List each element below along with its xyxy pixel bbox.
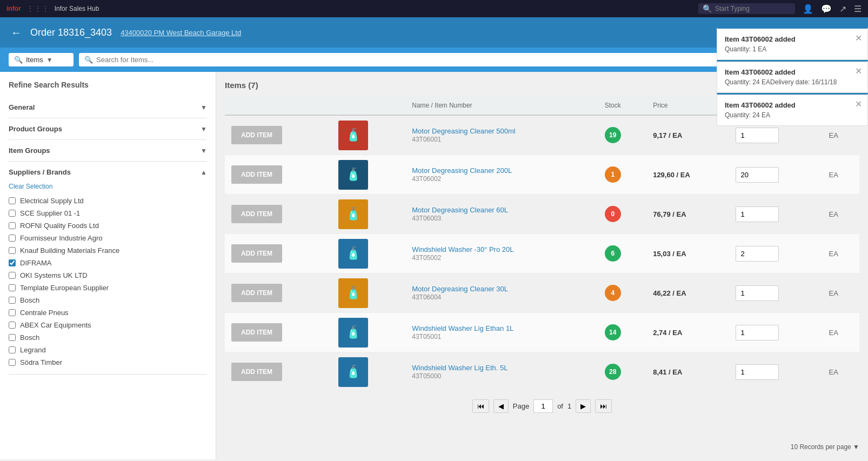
product-name-link[interactable]: Windshield Washer -30° Pro 20L [412,245,513,253]
global-search[interactable]: 🔍 [698,3,795,14]
unit-cell: EA [823,273,859,313]
product-number: 43T06003 [412,215,441,222]
col-action [225,96,330,115]
table-row: ADD ITEM 🧴 Motor Degreasing Cleaner 60L … [225,195,859,234]
unit-label: EA [829,289,838,297]
quantity-input[interactable] [736,167,779,183]
toast-notification: Item 43T06002 added Quantity: 1 EA ✕ [717,27,868,60]
filter-item-label: ABEX Car Equipments [20,321,91,329]
filter-item-label: Bosch [20,296,39,304]
col-stock: Stock [598,96,646,115]
first-page-button[interactable]: ⏮ [472,399,489,413]
prev-page-button[interactable]: ◀ [493,399,509,413]
search-type-icon: 🔍 [14,56,23,64]
checkbox-diframa[interactable] [9,259,16,266]
product-image: 🧴 [337,356,369,388]
filter-item-label: Centrale Pneus [20,309,69,317]
toast-body: Quantity: 1 EA [725,45,860,53]
add-item-button[interactable]: ADD ITEM [231,244,282,263]
col-name: Name / Item Number [405,96,598,115]
search-type-dropdown[interactable]: 🔍 Items ▼ [9,53,74,66]
product-image-cell: 🧴 [330,352,405,392]
unit-label: EA [829,171,838,179]
checkbox-oki[interactable] [9,272,16,279]
product-name-link[interactable]: Motor Degreasing Cleaner 200L [412,166,512,175]
toast-title: Item 43T06002 added [725,35,860,43]
price-cell: 46,22 / EA [646,273,729,313]
filter-header-general[interactable]: General ▼ [9,97,207,118]
product-name-link[interactable]: Windshield Washer Lig Ethan 1L [412,324,513,332]
filter-label-product-groups: Product Groups [9,125,62,133]
product-number: 43T05001 [412,333,441,340]
quantity-input[interactable] [736,128,779,143]
brand-logo: infor [6,5,21,12]
product-number: 43T05000 [412,372,441,380]
table-row: ADD ITEM 🧴 Motor Degreasing Cleaner 30L … [225,273,859,313]
menu-icon[interactable]: ☰ [854,4,862,14]
search-magnifier-icon: 🔍 [84,56,93,64]
chat-icon[interactable]: 💬 [821,4,832,14]
unit-label: EA [829,250,838,258]
checkbox-centrale-pneus[interactable] [9,309,16,316]
quantity-input[interactable] [736,206,779,222]
quantity-input[interactable] [736,246,779,262]
add-item-button[interactable]: ADD ITEM [231,363,282,381]
last-page-button[interactable]: ⏭ [595,399,612,413]
checkbox-bosch-1[interactable] [9,297,16,304]
toast-notification: Item 43T06002 added Quantity: 24 EADeliv… [717,60,868,93]
filter-header-item-groups[interactable]: Item Groups ▼ [9,140,207,161]
checkbox-sodra[interactable] [9,359,16,366]
add-item-cell: ADD ITEM [225,313,330,352]
add-item-button[interactable]: ADD ITEM [231,126,282,144]
quantity-input[interactable] [736,364,779,380]
checkbox-template-european[interactable] [9,284,16,291]
top-nav-icons: 🔍 👤 💬 ↗ ☰ [698,3,862,14]
order-title: Order 18316_3403 [30,27,112,38]
checkbox-abex[interactable] [9,322,16,329]
checkbox-legrand[interactable] [9,346,16,353]
checkbox-electrical-supply[interactable] [9,197,16,204]
filter-item-label: Södra Timber [20,358,62,366]
quantity-input[interactable] [736,325,779,340]
records-per-page[interactable]: 10 Records per page ▼ [791,443,859,451]
checkbox-knauf[interactable] [9,247,16,254]
toast-title: Item 43T06002 added [725,68,860,76]
next-page-button[interactable]: ▶ [576,399,591,413]
global-search-input[interactable] [715,5,791,12]
toast-close-button[interactable]: ✕ [855,33,862,43]
qty-cell [729,313,822,352]
quantity-input[interactable] [736,285,779,301]
add-item-button[interactable]: ADD ITEM [231,323,282,342]
product-name-link[interactable]: Motor Degreasing Cleaner 30L [412,285,508,293]
qty-cell [729,352,822,392]
toast-close-button[interactable]: ✕ [855,99,862,109]
checkbox-bosch-2[interactable] [9,334,16,341]
product-image-cell: 🧴 [330,234,405,273]
product-name-link[interactable]: Windshield Washer Lig Eth. 5L [412,364,508,372]
stock-badge: 28 [605,364,621,380]
back-button[interactable]: ← [11,26,22,39]
clear-selection-link[interactable]: Clear Selection [9,183,207,190]
add-item-button[interactable]: ADD ITEM [231,284,282,302]
page-number-input[interactable] [533,399,553,413]
product-name-link[interactable]: Motor Degreasing Cleaner 500ml [412,127,515,135]
filter-header-suppliers[interactable]: Suppliers / Brands ▲ [9,162,207,183]
add-item-button[interactable]: ADD ITEM [231,165,282,184]
toast-close-button[interactable]: ✕ [855,66,862,76]
product-number: 43T05002 [412,254,441,262]
share-icon[interactable]: ↗ [839,4,846,14]
add-item-button[interactable]: ADD ITEM [231,205,282,223]
checkbox-rofni[interactable] [9,222,16,229]
stock-badge: 19 [605,127,621,143]
checkbox-fournisseur[interactable] [9,235,16,242]
user-icon[interactable]: 👤 [803,4,813,14]
stock-badge: 1 [605,166,621,183]
filter-label-general: General [9,103,35,111]
toast-body: Quantity: 24 EA [725,111,860,119]
product-name-link[interactable]: Motor Degreasing Cleaner 60L [412,206,508,214]
unit-label: EA [829,131,838,139]
filter-header-product-groups[interactable]: Product Groups ▼ [9,118,207,139]
checkbox-sce-supplier[interactable] [9,210,16,217]
customer-link[interactable]: 43400020 PM West Beach Garage Ltd [121,29,241,37]
product-image: 🧴 [337,198,369,230]
